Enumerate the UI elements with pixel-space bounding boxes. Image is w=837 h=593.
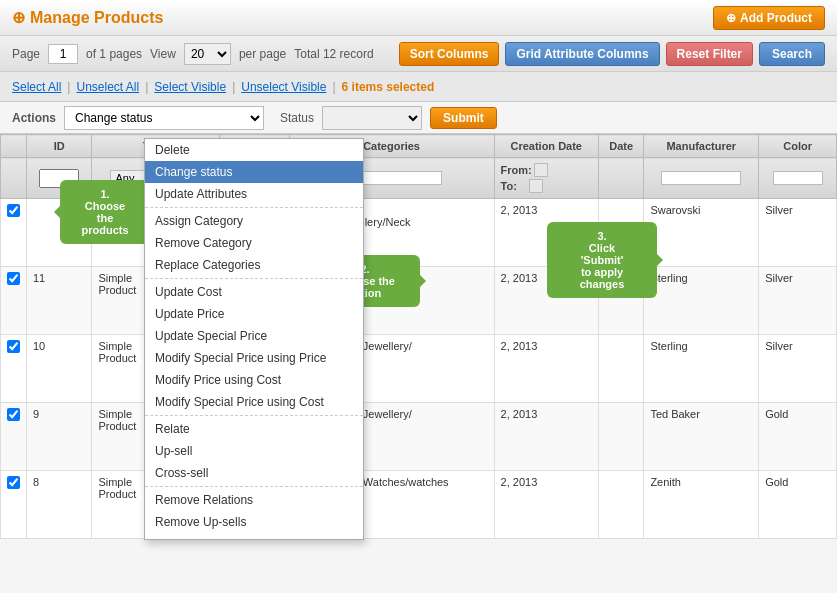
row-creation-date-3: 2, 2013 bbox=[494, 335, 598, 403]
select-all-link[interactable]: Select All bbox=[12, 80, 61, 94]
row-checkbox-5[interactable] bbox=[1, 471, 27, 539]
row-manufacturer-2: Sterling bbox=[644, 267, 759, 335]
row-id-5: 8 bbox=[27, 471, 92, 539]
page-title: ⊕ Manage Products bbox=[12, 8, 163, 27]
dropdown-crosssell[interactable]: Cross-sell bbox=[145, 462, 363, 484]
date-to-icon[interactable] bbox=[529, 179, 543, 193]
actions-select[interactable]: Change status bbox=[64, 106, 264, 130]
dropdown-remove-relations[interactable]: Remove Relations bbox=[145, 489, 363, 511]
dropdown-update-price[interactable]: Update Price bbox=[145, 303, 363, 325]
row-date-3 bbox=[598, 335, 643, 403]
actions-row: Actions Change status Delete Change stat… bbox=[0, 102, 837, 134]
add-product-button[interactable]: ⊕ Add Product bbox=[713, 6, 825, 30]
row-manufacturer-5: Zenith bbox=[644, 471, 759, 539]
filter-manufacturer[interactable] bbox=[644, 158, 759, 199]
view-label: View bbox=[150, 47, 176, 61]
dropdown-scroll[interactable]: Delete Change status Update Attributes A… bbox=[145, 139, 363, 539]
row-date-4 bbox=[598, 403, 643, 471]
filter-color-input[interactable] bbox=[773, 171, 823, 185]
row-date-5 bbox=[598, 471, 643, 539]
actions-dropdown[interactable]: Delete Change status Update Attributes A… bbox=[144, 138, 364, 540]
unselect-visible-link[interactable]: Unselect Visible bbox=[241, 80, 326, 94]
dropdown-modify-price-using-cost[interactable]: Modify Price using Cost bbox=[145, 369, 363, 391]
dropdown-remove-upsells[interactable]: Remove Up-sells bbox=[145, 511, 363, 533]
dropdown-upsell[interactable]: Up-sell bbox=[145, 440, 363, 462]
row-checkbox-4[interactable] bbox=[1, 403, 27, 471]
status-label: Status bbox=[280, 111, 314, 125]
tooltip-step3: 3.Click'Submit'to apply changes bbox=[547, 222, 657, 298]
plus-icon: ⊕ bbox=[726, 11, 736, 25]
row-id-3: 10 bbox=[27, 335, 92, 403]
row-color-3: Silver bbox=[759, 335, 837, 403]
page-input[interactable] bbox=[48, 44, 78, 64]
table-row: 8 SimpleProduct Root Catalo bbox=[1, 471, 837, 539]
row-checkbox-1[interactable] bbox=[1, 199, 27, 267]
toolbar: Page of 1 pages View 20 50 100 per page … bbox=[0, 36, 837, 72]
actions-label: Actions bbox=[12, 111, 56, 125]
table-row: 10 SimpleProduct Root Catalog/Jewellery/… bbox=[1, 335, 837, 403]
row-checkbox-3[interactable] bbox=[1, 335, 27, 403]
table-header-row: ID Type Thumbnail Categories Creation Da… bbox=[1, 135, 837, 158]
per-page-select[interactable]: 20 50 100 bbox=[184, 43, 231, 65]
of-pages: of 1 pages bbox=[86, 47, 142, 61]
dropdown-replace-categories[interactable]: Replace Categories bbox=[145, 254, 363, 276]
selected-count: 6 items selected bbox=[342, 80, 435, 94]
filter-checkbox bbox=[1, 158, 27, 199]
th-id[interactable]: ID bbox=[27, 135, 92, 158]
dropdown-delete[interactable]: Delete bbox=[145, 139, 363, 161]
dropdown-relate[interactable]: Relate bbox=[145, 418, 363, 440]
dropdown-update-special-price[interactable]: Update Special Price bbox=[145, 325, 363, 347]
unselect-all-link[interactable]: Unselect All bbox=[76, 80, 139, 94]
separator-3 bbox=[145, 415, 363, 416]
row-color-4: Gold bbox=[759, 403, 837, 471]
filter-color[interactable] bbox=[759, 158, 837, 199]
search-button[interactable]: Search bbox=[759, 42, 825, 66]
page-label: Page bbox=[12, 47, 40, 61]
date-from-icon[interactable] bbox=[534, 163, 548, 177]
title-text: Manage Products bbox=[30, 9, 163, 27]
row-color-2: Silver bbox=[759, 267, 837, 335]
th-manufacturer[interactable]: Manufacturer bbox=[644, 135, 759, 158]
separator-1 bbox=[145, 207, 363, 208]
th-creation-date[interactable]: Creation Date bbox=[494, 135, 598, 158]
add-product-label: Add Product bbox=[740, 11, 812, 25]
dropdown-remove-crosssells[interactable]: Remove Cross-Sells bbox=[145, 533, 363, 539]
filter-date-from[interactable]: From: To: bbox=[494, 158, 598, 199]
filter-manufacturer-input[interactable] bbox=[661, 171, 741, 185]
th-date[interactable]: Date bbox=[598, 135, 643, 158]
row-creation-date-5: 2, 2013 bbox=[494, 471, 598, 539]
grid-attribute-button[interactable]: Grid Attribute Columns bbox=[505, 42, 659, 66]
row-color-5: Gold bbox=[759, 471, 837, 539]
dropdown-modify-special-price-using-price[interactable]: Modify Special Price using Price bbox=[145, 347, 363, 369]
row-id-4: 9 bbox=[27, 403, 92, 471]
dropdown-remove-category[interactable]: Remove Category bbox=[145, 232, 363, 254]
row-id-2: 11 bbox=[27, 267, 92, 335]
page-header: ⊕ Manage Products ⊕ Add Product bbox=[0, 0, 837, 36]
row-manufacturer-3: Sterling bbox=[644, 335, 759, 403]
separator-4 bbox=[145, 486, 363, 487]
row-checkbox-2[interactable] bbox=[1, 267, 27, 335]
dropdown-assign-category[interactable]: Assign Category bbox=[145, 210, 363, 232]
reset-filter-button[interactable]: Reset Filter bbox=[666, 42, 753, 66]
status-select[interactable]: Enabled Disabled bbox=[322, 106, 422, 130]
dropdown-modify-special-price-using-cost[interactable]: Modify Special Price using Cost bbox=[145, 391, 363, 413]
per-page-label: per page bbox=[239, 47, 286, 61]
select-visible-link[interactable]: Select Visible bbox=[154, 80, 226, 94]
filter-date2 bbox=[598, 158, 643, 199]
submit-button[interactable]: Submit bbox=[430, 107, 497, 129]
actions-bar: Select All | Unselect All | Select Visib… bbox=[0, 72, 837, 102]
dropdown-change-status[interactable]: Change status bbox=[145, 161, 363, 183]
row-creation-date-4: 2, 2013 bbox=[494, 403, 598, 471]
orange-dot-icon: ⊕ bbox=[12, 8, 25, 27]
row-manufacturer-4: Ted Baker bbox=[644, 403, 759, 471]
th-checkbox bbox=[1, 135, 27, 158]
table-row: 9 SimpleProduct Root Catalog/Jewellery/ … bbox=[1, 403, 837, 471]
row-color-1: Silver bbox=[759, 199, 837, 267]
tooltip-step1: 1.Choosethe products bbox=[60, 180, 150, 244]
total-records: Total 12 record bbox=[294, 47, 373, 61]
sort-columns-button[interactable]: Sort Columns bbox=[399, 42, 500, 66]
th-color[interactable]: Color bbox=[759, 135, 837, 158]
dropdown-update-attributes[interactable]: Update Attributes bbox=[145, 183, 363, 205]
separator-2 bbox=[145, 278, 363, 279]
dropdown-update-cost[interactable]: Update Cost bbox=[145, 281, 363, 303]
